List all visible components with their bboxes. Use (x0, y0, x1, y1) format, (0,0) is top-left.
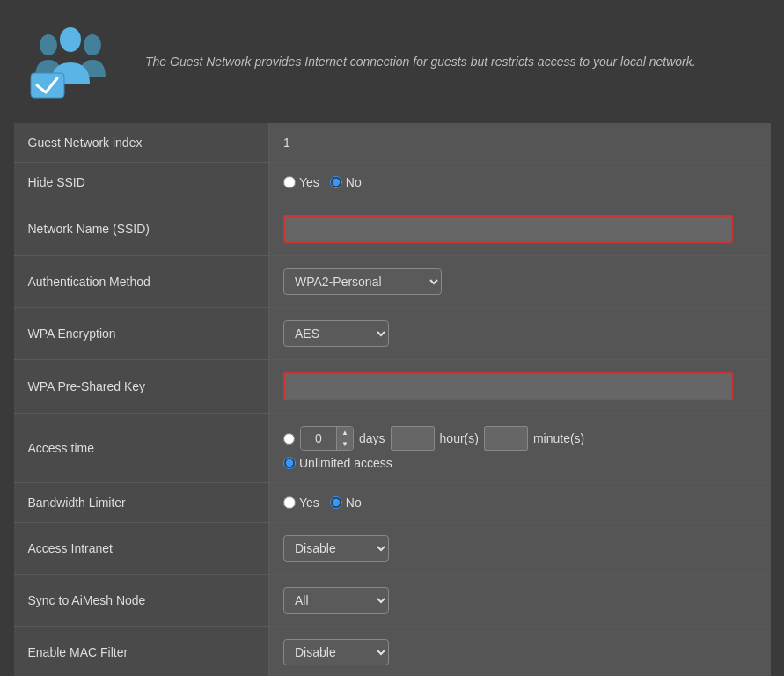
days-down-button[interactable]: ▼ (337, 438, 353, 450)
access-time-value: ▲ ▼ days hour(s) minute(s) Unlimited acc… (269, 414, 771, 483)
unlimited-access-radio[interactable] (283, 457, 296, 469)
header-description: The Guest Network provides Internet conn… (145, 53, 696, 71)
header-section: The Guest Network provides Internet conn… (9, 9, 775, 123)
hide-ssid-radio-group: Yes No (283, 175, 757, 189)
auth-method-value: WPA2-Personal WPA-Personal Open System (269, 256, 771, 308)
wpa-key-input[interactable] (283, 372, 733, 400)
bandwidth-no-text: No (346, 496, 362, 510)
bandwidth-limiter-radio-group: Yes No (283, 496, 757, 510)
unlimited-access-text: Unlimited access (299, 456, 392, 470)
sync-aimesh-row: Sync to AiMesh Node All None (14, 575, 771, 627)
network-name-value (269, 202, 771, 256)
bandwidth-no-radio[interactable] (330, 496, 342, 509)
hours-input[interactable] (391, 426, 435, 451)
access-intranet-row: Access Intranet Disable Enable (14, 523, 771, 575)
bandwidth-yes-text: Yes (299, 496, 319, 510)
minutes-input[interactable] (484, 426, 528, 451)
access-intranet-value: Disable Enable (269, 523, 771, 575)
bandwidth-no-label[interactable]: No (330, 496, 362, 510)
access-time-controls: ▲ ▼ days hour(s) minute(s) (283, 426, 757, 451)
hide-ssid-yes-radio[interactable] (283, 176, 296, 188)
bandwidth-limiter-label: Bandwidth Limiter (14, 483, 269, 523)
wpa-encryption-select[interactable]: AES TKIP TKIP+AES (283, 320, 389, 347)
days-label: days (359, 431, 385, 445)
wpa-key-value (269, 360, 771, 414)
network-name-row: Network Name (SSID) (14, 202, 771, 256)
bandwidth-limiter-value: Yes No (269, 483, 771, 523)
days-spinner-buttons: ▲ ▼ (336, 427, 353, 450)
svg-point-2 (60, 27, 81, 52)
minutes-label: minute(s) (533, 431, 584, 445)
wpa-encryption-label: WPA Encryption (14, 308, 269, 360)
days-input[interactable] (301, 428, 336, 449)
auth-method-label: Authentication Method (14, 256, 269, 308)
wpa-key-row: WPA Pre-Shared Key (14, 360, 771, 414)
hide-ssid-no-text: No (346, 175, 362, 189)
days-spinner: ▲ ▼ (300, 426, 354, 451)
guest-network-index-row: Guest Network index 1 (14, 123, 771, 163)
hours-label: hour(s) (440, 431, 479, 445)
auth-method-select[interactable]: WPA2-Personal WPA-Personal Open System (283, 268, 442, 295)
svg-point-1 (84, 34, 101, 55)
unlimited-access-row: Unlimited access (283, 456, 757, 470)
access-time-row: Access time ▲ ▼ days hour(s) minute(s) (14, 414, 771, 483)
access-intranet-select[interactable]: Disable Enable (283, 535, 389, 562)
network-name-input[interactable] (283, 215, 733, 243)
bandwidth-yes-radio[interactable] (283, 496, 296, 509)
bandwidth-limiter-row: Bandwidth Limiter Yes No (14, 483, 771, 523)
hide-ssid-yes-label[interactable]: Yes (283, 175, 319, 189)
sync-aimesh-select[interactable]: All None (283, 587, 389, 614)
guest-network-icon (22, 18, 128, 106)
settings-table: Guest Network index 1 Hide SSID Yes No N… (14, 123, 771, 676)
mac-filter-label: Enable MAC Filter (14, 627, 269, 677)
sync-aimesh-label: Sync to AiMesh Node (14, 575, 269, 627)
days-up-button[interactable]: ▲ (337, 427, 353, 438)
hide-ssid-yes-text: Yes (299, 175, 319, 189)
bandwidth-yes-label[interactable]: Yes (283, 496, 319, 510)
access-time-limited-radio[interactable] (283, 433, 295, 445)
network-name-label: Network Name (SSID) (14, 202, 269, 256)
hide-ssid-value: Yes No (269, 163, 771, 202)
mac-filter-value: Disable Enable (269, 627, 771, 677)
hide-ssid-no-radio[interactable] (330, 176, 342, 188)
hide-ssid-label: Hide SSID (14, 163, 269, 202)
guest-network-index-value: 1 (269, 123, 771, 163)
sync-aimesh-value: All None (269, 575, 771, 627)
mac-filter-select[interactable]: Disable Enable (283, 639, 389, 665)
hide-ssid-no-label[interactable]: No (330, 175, 362, 189)
access-time-label: Access time (14, 414, 269, 483)
guest-network-index-label: Guest Network index (14, 123, 269, 163)
wpa-encryption-value: AES TKIP TKIP+AES (269, 308, 771, 360)
hide-ssid-row: Hide SSID Yes No (14, 163, 771, 202)
wpa-key-label: WPA Pre-Shared Key (14, 360, 269, 414)
mac-filter-row: Enable MAC Filter Disable Enable (14, 627, 771, 677)
svg-point-0 (40, 34, 57, 55)
unlimited-access-label[interactable]: Unlimited access (283, 456, 392, 470)
wpa-encryption-row: WPA Encryption AES TKIP TKIP+AES (14, 308, 771, 360)
access-intranet-label: Access Intranet (14, 523, 269, 575)
auth-method-row: Authentication Method WPA2-Personal WPA-… (14, 256, 771, 308)
